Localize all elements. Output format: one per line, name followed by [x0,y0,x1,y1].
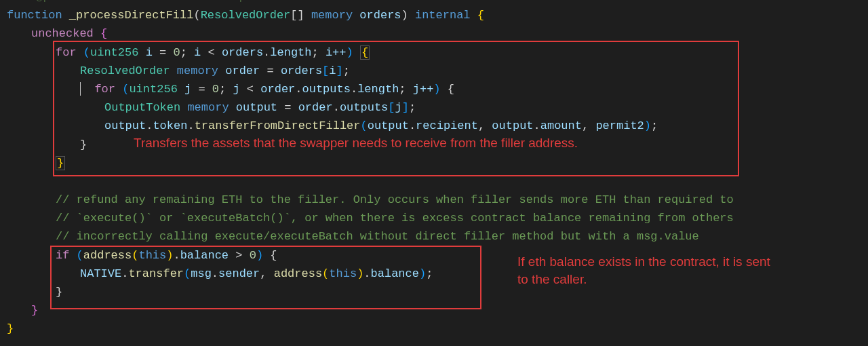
code-line-close-for-i: } [7,154,868,172]
code-line-comment3: // incorrectly calling execute/executeBa… [7,227,868,246]
annotation-transfer-loop: Transfers the assets that the swapper ne… [134,134,578,152]
code-line-blank [7,172,868,191]
code-line-transfer-call: output.token.transferFromDirectFiller(ou… [7,117,868,135]
code-line-function-sig: function _processDirectFill(ResolvedOrde… [7,6,868,24]
code-line-close-function: } [7,320,868,338]
code-line-output-decl: OutputToken memory output = order.output… [7,98,868,117]
code-line-unchecked: unchecked { [7,24,868,43]
code-line-order-decl: ResolvedOrder memory order = orders[i]; [7,62,868,80]
code-line-for-j: for (uint256 j = 0; j < order.outputs.le… [7,80,868,98]
code-line-close-unchecked: } [7,301,868,320]
code-line-comment2: // `execute()` or `executeBatch()`, or w… [7,209,868,227]
annotation-eth-refund: If eth balance exists in the contract, i… [517,253,843,288]
code-line-for-i: for (uint256 i = 0; i < orders.length; i… [7,43,868,62]
code-line-docparam: /// @param orders The orders to process [7,0,868,6]
code-line-comment1: // refund any remaining ETH to the fille… [7,191,868,209]
